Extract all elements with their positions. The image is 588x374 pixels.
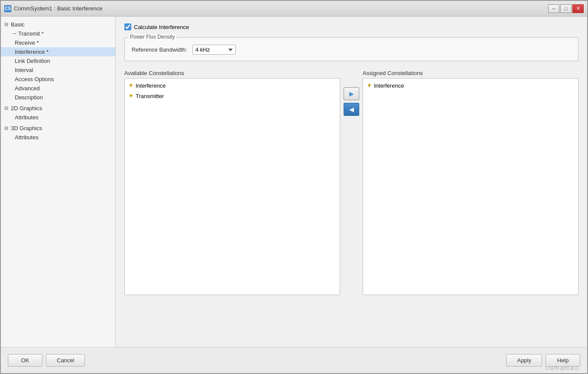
calculate-interference-label[interactable]: Calculate Interference [134,24,189,30]
description-label: Description [15,94,43,101]
assigned-constellations-title: Assigned Constellations [363,70,578,76]
sidebar-item-transmit[interactable]: ┄ Transmit * [1,29,115,38]
attributes-3d-label: Attributes [15,134,39,141]
title-bar-buttons: ─ □ ✕ [548,4,584,13]
sidebar-section-3d-graphics[interactable]: ⊟ 3D Graphics [1,124,115,133]
sidebar-section-basic[interactable]: ⊟ Basic [1,20,115,29]
power-flux-density-group: Power Flux Density Reference Bandwidth: … [124,37,578,61]
close-button[interactable]: ✕ [572,4,584,13]
right-panel: Calculate Interference Power Flux Densit… [116,16,587,347]
interval-label: Interval [15,67,33,73]
interference-label: Interference * [15,49,49,55]
sidebar-item-link-definition[interactable]: Link Definition [1,56,115,66]
window-icon: CS [4,5,11,12]
collapse-2d-icon: ⊟ [4,105,8,111]
collapse-3d-icon: ⊟ [4,125,8,131]
assigned-constellations-list[interactable]: ✦ Interference [363,78,578,295]
sidebar-item-receive[interactable]: Receive * [1,38,115,47]
arrow-buttons: ▶ ◀ [344,70,359,116]
link-definition-label: Link Definition [15,58,50,64]
move-right-button[interactable]: ▶ [344,87,359,100]
sidebar-item-attributes-3d[interactable]: Attributes [1,133,115,142]
sidebar-item-interval[interactable]: Interval [1,66,115,75]
cancel-button[interactable]: Cancel [46,354,85,367]
avail-item-interference[interactable]: ✦ Interference [127,80,338,91]
advanced-label: Advanced [15,85,40,92]
sidebar-item-interference[interactable]: Interference * [1,47,115,56]
attributes-2d-label: Attributes [15,114,39,121]
sidebar-item-access-options[interactable]: Access Options [1,75,115,84]
reference-bandwidth-label: Reference Bandwidth: [132,46,188,53]
sidebar-section-basic-label: Basic [11,21,25,28]
sidebar: ⊟ Basic ┄ Transmit * Receive * Interfere… [1,16,116,347]
title-bar-left: CS CommSystem1 : Basic Interference [4,5,102,12]
available-constellations-list[interactable]: ✦ Interference ✦ Transmitter [124,78,340,295]
watermark: CSDN @红蓝心 [546,365,579,371]
constellations-area: Available Constellations ✦ Interference … [124,70,578,295]
2d-graphics-label: 2D Graphics [11,105,42,112]
sidebar-item-advanced[interactable]: Advanced [1,84,115,93]
main-content: ⊟ Basic ┄ Transmit * Receive * Interfere… [1,16,587,347]
title-bar: CS CommSystem1 : Basic Interference ─ □ … [1,1,587,16]
available-constellations-panel: Available Constellations ✦ Interference … [124,70,340,295]
avail-interference-label: Interference [136,82,166,89]
bottom-bar: OK Cancel Apply Help [1,347,587,373]
available-constellations-title: Available Constellations [124,70,340,76]
sidebar-item-description[interactable]: Description [1,93,115,102]
dash-transmit: ┄ [13,30,16,37]
assigned-interference-label: Interference [374,82,404,89]
3d-graphics-label: 3D Graphics [11,125,42,131]
main-window: CS CommSystem1 : Basic Interference ─ □ … [0,0,588,374]
access-options-label: Access Options [15,76,54,82]
collapse-basic-icon: ⊟ [4,22,8,27]
move-left-button[interactable]: ◀ [344,103,359,116]
sidebar-section-2d-graphics[interactable]: ⊟ 2D Graphics [1,104,115,113]
reference-bandwidth-select[interactable]: 1 kHz 4 kHz 10 kHz 100 kHz 1 MHz [192,45,236,55]
power-flux-density-title: Power Flux Density [128,34,176,40]
avail-transmitter-label: Transmitter [136,93,164,99]
assigned-interference-icon: ✦ [367,82,372,89]
reference-bandwidth-row: Reference Bandwidth: 1 kHz 4 kHz 10 kHz … [132,45,571,55]
ok-button[interactable]: OK [8,354,42,367]
transmit-label: Transmit * [18,30,44,37]
assigned-constellations-panel: Assigned Constellations ✦ Interference [363,70,578,295]
arrow-right-icon: ▶ [349,90,354,97]
avail-interference-icon: ✦ [128,82,134,89]
maximize-button[interactable]: □ [560,4,572,13]
arrow-left-icon: ◀ [349,106,354,113]
window-title: CommSystem1 : Basic Interference [14,5,102,12]
apply-button[interactable]: Apply [506,354,542,367]
avail-item-transmitter[interactable]: ✦ Transmitter [127,91,338,101]
assigned-item-interference[interactable]: ✦ Interference [365,80,576,91]
receive-label: Receive * [15,39,39,46]
minimize-button[interactable]: ─ [548,4,559,13]
avail-transmitter-icon: ✦ [128,92,134,100]
sidebar-item-attributes-2d[interactable]: Attributes [1,113,115,122]
bottom-left-buttons: OK Cancel [8,354,85,367]
calculate-interference-checkbox[interactable] [124,23,131,30]
calculate-interference-row: Calculate Interference [124,23,578,30]
